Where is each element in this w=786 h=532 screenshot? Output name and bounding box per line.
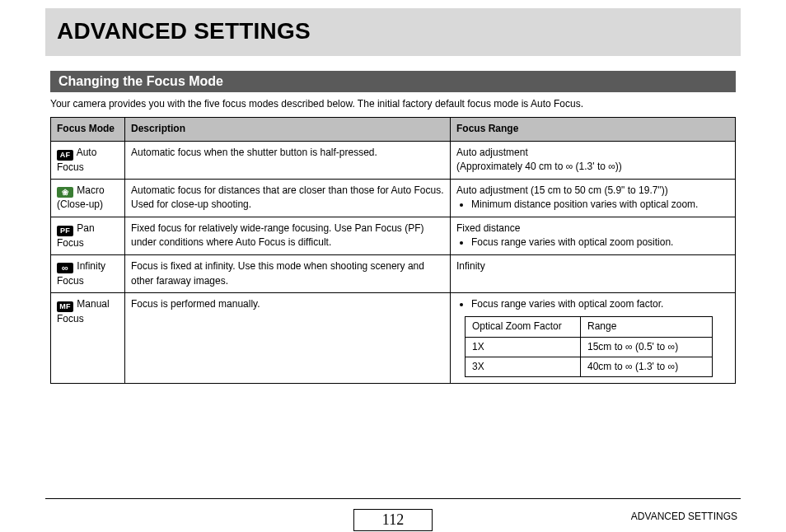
mode-label: Macro: [77, 184, 104, 196]
section-heading: Changing the Focus Mode: [50, 71, 736, 92]
cell-desc-manual: Focus is performed manually.: [125, 292, 451, 384]
infinity-mode-icon: ∞: [57, 263, 73, 273]
th-focus-mode: Focus Mode: [51, 118, 125, 141]
cell-zoom-range: 15cm to ∞ (0.5' to ∞): [581, 337, 713, 357]
footer-row: 112 ADVANCED SETTINGS: [45, 507, 741, 532]
infinity-icon: ∞: [668, 341, 676, 352]
range-text: (Approximately 40 cm to: [456, 161, 566, 172]
mf-icon: MF: [57, 301, 73, 312]
range-text: Auto adjustment (15 cm to 50 cm (5.9" to…: [456, 184, 668, 196]
footer-chapter-label: ADVANCED SETTINGS: [631, 511, 737, 522]
table-row: ∞ Infinity Focus Focus is fixed at infin…: [51, 255, 736, 293]
table-row: PF Pan Focus Fixed focus for relatively …: [51, 217, 736, 254]
pf-icon: PF: [57, 226, 73, 236]
infinity-icon: ∞: [608, 161, 615, 172]
cell-desc-auto: Automatic focus when the shutter button …: [125, 141, 451, 179]
mode-label: Focus: [57, 237, 84, 249]
cell-mode-infinity: ∞ Infinity Focus: [51, 255, 125, 293]
mode-label: Auto: [77, 147, 97, 158]
cell-range-manual: Focus range varies with optical zoom fac…: [451, 292, 736, 384]
infinity-icon: ∞: [668, 361, 676, 372]
table-row: ❀ Macro (Close-up) Automatic focus for d…: [51, 179, 736, 217]
inner-row: 3X 40cm to ∞ (1.3' to ∞): [466, 357, 713, 377]
table-row: AF Auto Focus Automatic focus when the s…: [51, 141, 736, 179]
content-area: Changing the Focus Mode Your camera prov…: [45, 71, 741, 384]
bullet-list: Focus range varies with optical zoom fac…: [456, 297, 729, 311]
page-footer: 112 ADVANCED SETTINGS: [45, 498, 741, 532]
bullet-item: Minimum distance position varies with op…: [471, 198, 729, 212]
inner-header-row: Optical Zoom Factor Range: [466, 317, 713, 337]
mode-label: Focus: [57, 313, 84, 324]
bullet-list: Focus range varies with optical zoom pos…: [456, 236, 729, 250]
th-focus-range: Focus Range: [451, 118, 736, 141]
table-header-row: Focus Mode Description Focus Range: [51, 118, 736, 141]
th-range: Range: [581, 317, 713, 337]
page-number: 112: [353, 509, 433, 531]
cell-range-macro: Auto adjustment (15 cm to 50 cm (5.9" to…: [451, 179, 736, 217]
infinity-icon: ∞: [566, 161, 573, 172]
mode-label: Infinity: [77, 260, 105, 272]
title-band: ADVANCED SETTINGS: [45, 8, 741, 56]
bullet-list: Minimum distance position varies with op…: [456, 198, 729, 212]
footer-rule: [45, 498, 741, 499]
af-icon: AF: [57, 150, 73, 161]
bullet-item: Focus range varies with optical zoom pos…: [471, 236, 729, 250]
cell-mode-macro: ❀ Macro (Close-up): [51, 179, 125, 217]
cell-range-auto: Auto adjustment (Approximately 40 cm to …: [451, 141, 736, 179]
cell-zoom-range: 40cm to ∞ (1.3' to ∞): [581, 357, 713, 377]
zoom-range-table: Optical Zoom Factor Range 1X 15cm to ∞ (…: [465, 316, 713, 377]
table-row: MF Manual Focus Focus is performed manua…: [51, 292, 736, 384]
cell-mode-auto: AF Auto Focus: [51, 141, 125, 179]
infinity-icon: ∞: [625, 361, 633, 372]
range-text: Auto adjustment: [456, 147, 528, 158]
th-zoom-factor: Optical Zoom Factor: [466, 317, 581, 337]
mode-label: Focus: [57, 161, 84, 173]
range-text: (1.3' to: [573, 161, 608, 172]
th-description: Description: [125, 118, 451, 141]
cell-desc-infinity: Focus is fixed at infinity. Use this mod…: [125, 255, 451, 293]
mode-label: (Close-up): [57, 198, 103, 210]
macro-icon: ❀: [57, 187, 73, 198]
cell-mode-manual: MF Manual Focus: [51, 292, 125, 384]
page-title: ADVANCED SETTINGS: [57, 18, 729, 44]
mode-label: Manual: [77, 298, 109, 310]
cell-zoom-factor: 1X: [466, 337, 581, 357]
mode-label: Pan: [77, 222, 94, 234]
cell-mode-pan: PF Pan Focus: [51, 217, 125, 254]
range-text: Fixed distance: [456, 222, 520, 234]
cell-desc-macro: Automatic focus for distances that are c…: [125, 179, 451, 217]
cell-desc-pan: Fixed focus for relatively wide-range fo…: [125, 217, 451, 254]
inner-row: 1X 15cm to ∞ (0.5' to ∞): [466, 337, 713, 357]
focus-mode-table: Focus Mode Description Focus Range AF Au…: [50, 117, 736, 384]
cell-zoom-factor: 3X: [466, 357, 581, 377]
range-text: )): [615, 161, 622, 172]
cell-range-pan: Fixed distance Focus range varies with o…: [451, 217, 736, 254]
intro-text: Your camera provides you with the five f…: [50, 97, 736, 110]
cell-range-infinity: Infinity: [451, 255, 736, 293]
mode-label: Focus: [57, 275, 84, 287]
bullet-item: Focus range varies with optical zoom fac…: [471, 297, 729, 311]
infinity-icon: ∞: [625, 341, 633, 352]
page: ADVANCED SETTINGS Changing the Focus Mod…: [0, 8, 786, 532]
